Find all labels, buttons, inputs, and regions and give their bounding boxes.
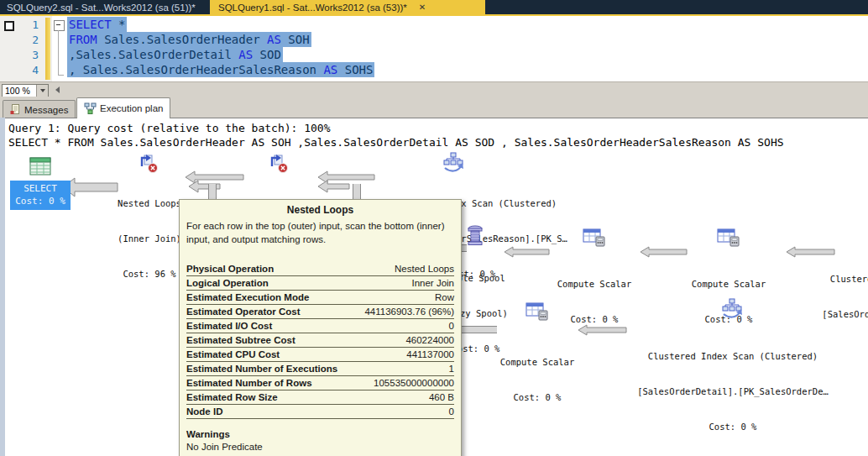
- table-spool-icon[interactable]: [467, 225, 484, 247]
- tooltip-row-value: 441137000: [406, 348, 454, 361]
- tooltip-row: Estimated Subtree Cost 460224000: [186, 333, 454, 348]
- nested-loops-icon[interactable]: [137, 151, 159, 174]
- tooltip-row-value: 0: [449, 319, 454, 333]
- plan-node-index-scan-detail[interactable]: Clustered Index Scan (Clustered) [SalesO…: [599, 327, 867, 456]
- ssms-window: SQLQuery2.sql - Sat...Works2012 (sa (51)…: [0, 0, 868, 456]
- code-line-1[interactable]: SELECT *: [67, 17, 127, 32]
- zoom-level-value: 100 %: [3, 86, 36, 96]
- tooltip-row: Node ID 0: [186, 405, 454, 419]
- code-line-4[interactable]: , Sales.SalesOrderHeaderSalesReason AS S…: [67, 62, 374, 77]
- tooltip-description: For each row in the top (outer) input, s…: [186, 220, 448, 246]
- tooltip-row: Estimated Row Size 460 B: [186, 390, 454, 405]
- tab-messages-label: Messages: [24, 105, 68, 115]
- tooltip-row: Logical Operation Inner Join: [186, 276, 454, 291]
- code-line-3[interactable]: ,Sales.SalesOrderDetail AS SOD: [67, 47, 283, 62]
- tooltip-row: Estimated Operator Cost 441136903.76 (96…: [186, 305, 454, 319]
- tooltip-row-label: Estimated Number of Rows: [186, 376, 312, 390]
- clustered-index-scan-icon[interactable]: [720, 298, 744, 319]
- close-icon[interactable]: ✕: [419, 3, 426, 12]
- tooltip-row-value: Row: [435, 291, 454, 304]
- tooltip-row: Physical Operation Nested Loops: [186, 262, 454, 276]
- tooltip-row-label: Estimated CPU Cost: [186, 348, 280, 361]
- tooltip-row-value: 1: [449, 362, 454, 375]
- code-line-2[interactable]: FROM Sales.SalesOrderHeader AS SOH: [67, 32, 311, 47]
- tooltip-row: Estimated Number of Rows 105535000000000: [186, 376, 454, 390]
- tab-sqlquery2[interactable]: SQLQuery2.sql - Sat...Works2012 (sa (51)…: [0, 0, 215, 14]
- tab-sqlquery1[interactable]: SQLQuery1.sql - Sat...Works2012 (sa (53)…: [210, 0, 485, 14]
- tooltip-row-label: Node ID: [186, 405, 222, 418]
- clustered-index-scan-icon[interactable]: [442, 152, 465, 173]
- tooltip-row-value: Inner Join: [411, 276, 454, 290]
- compute-scalar-icon[interactable]: [526, 301, 549, 321]
- line-number: 1: [0, 18, 39, 33]
- tooltip-property-table: Physical Operation Nested Loops Logical …: [186, 262, 454, 419]
- tooltip-warnings-heading: Warnings: [186, 429, 454, 439]
- change-tracking-bar: [45, 18, 50, 80]
- execution-plan-icon: [84, 102, 97, 114]
- tooltip-row-value: 0: [449, 405, 454, 418]
- tooltip-row-label: Physical Operation: [186, 262, 274, 275]
- tooltip-row-label: Estimated Subtree Cost: [186, 333, 295, 347]
- messages-icon: [10, 104, 21, 115]
- compute-scalar-icon[interactable]: [583, 227, 606, 247]
- tooltip-row: Estimated Execution Mode Row: [186, 291, 454, 305]
- dropdown-arrow-icon[interactable]: [36, 85, 48, 97]
- tooltip-row-label: Estimated I/O Cost: [186, 319, 272, 333]
- nested-loops-icon[interactable]: [267, 151, 289, 174]
- tab-label: SQLQuery2.sql - Sat...Works2012 (sa (51)…: [7, 3, 196, 13]
- tooltip-row-value: 460 B: [429, 390, 454, 404]
- tooltip-row-label: Logical Operation: [186, 276, 269, 290]
- code-fold-collapse-icon[interactable]: [54, 20, 65, 31]
- plan-query-text-line: SELECT * FROM Sales.SalesOrderHeader AS …: [8, 136, 784, 149]
- pane-left-edge: [0, 118, 5, 456]
- tooltip-row-label: Estimated Execution Mode: [186, 291, 309, 304]
- editor-bottom-strip: 100 %: [0, 81, 868, 97]
- tooltip-warning-text: No Join Predicate: [186, 442, 454, 452]
- tooltip-row-label: Estimated Operator Cost: [186, 305, 300, 318]
- compute-scalar-icon[interactable]: [717, 227, 740, 247]
- fold-guide-end: [58, 75, 64, 76]
- line-number: 2: [0, 33, 39, 48]
- tab-execution-plan-label: Execution plan: [100, 103, 163, 113]
- tab-label: SQLQuery1.sql - Sat...Works2012 (sa (53)…: [218, 3, 407, 13]
- editor-gutter[interactable]: 1 2 3 4: [0, 16, 52, 81]
- plan-query-cost-line: Query 1: Query cost (relative to the bat…: [8, 122, 331, 134]
- zoom-level-select[interactable]: 100 %: [2, 84, 49, 97]
- tooltip-row-label: Estimated Row Size: [186, 390, 278, 404]
- tooltip-row-value: Nested Loops: [395, 262, 454, 275]
- tooltip-row-value: 105535000000000: [374, 376, 454, 390]
- tooltip-row-label: Estimated Number of Executions: [186, 362, 337, 375]
- operator-tooltip: Nested Loops For each row in the top (ou…: [179, 199, 462, 456]
- tooltip-row-value: 441136903.76 (96%): [364, 305, 454, 318]
- tab-messages[interactable]: Messages: [3, 100, 76, 118]
- line-number: 4: [0, 63, 39, 78]
- code-editor[interactable]: 1 2 3 4 SELECT * FROM Sales.SalesOrderHe…: [0, 16, 868, 81]
- document-tab-bar: SQLQuery2.sql - Sat...Works2012 (sa (51)…: [0, 0, 868, 14]
- tooltip-row: Estimated Number of Executions 1: [186, 362, 454, 376]
- fold-guide-line: [58, 30, 59, 76]
- tab-execution-plan[interactable]: Execution plan: [76, 97, 170, 118]
- results-tab-bar: Messages Execution plan: [0, 97, 868, 118]
- tooltip-row-value: 460224000: [405, 333, 454, 347]
- tooltip-title: Nested Loops: [186, 204, 454, 216]
- tooltip-row: Estimated I/O Cost 0: [186, 319, 454, 333]
- scroll-left-icon[interactable]: [52, 85, 63, 95]
- tooltip-row: Estimated CPU Cost 441137000: [186, 348, 454, 362]
- line-number: 3: [0, 48, 39, 63]
